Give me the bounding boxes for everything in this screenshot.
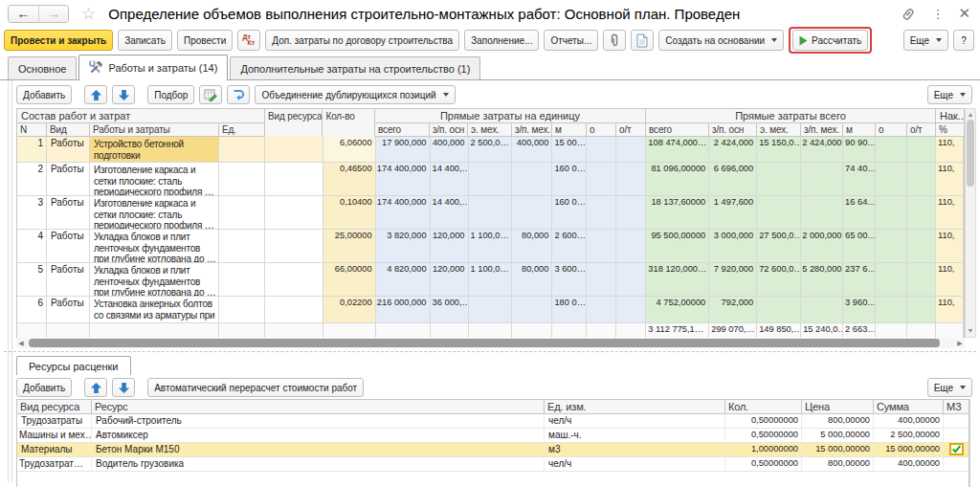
grid-cell[interactable] [876,263,907,296]
dt-kt-button[interactable]: ДтКт [237,30,260,51]
resource-move-down-button[interactable] [112,378,135,397]
grid-cell[interactable]: 108 474,000… [646,137,709,162]
grid-cell[interactable]: 0,50000000 [725,457,802,471]
grid-cell[interactable] [801,163,843,195]
vertical-scrollbar-thumb[interactable] [967,120,974,187]
grid-cell[interactable]: 318 120,000… [646,263,709,296]
grid-cell[interactable]: 14 400,… [431,163,469,195]
grid-cell[interactable]: Работы [47,263,90,296]
grid-cell[interactable]: 2 424,000 [709,137,757,162]
resource-row[interactable]: Трудозатрат…Водитель грузовикачел/ч0,500… [17,457,969,472]
grid-cell[interactable] [47,323,90,339]
grid-cell[interactable]: 149 850,… [757,323,801,339]
reports-button[interactable]: Отчеты... [544,30,598,51]
grid-cell[interactable]: 5 [17,263,47,296]
grid-cell[interactable] [512,163,552,195]
grid-cell[interactable]: 160 0… [552,163,587,195]
grid-cell[interactable] [757,297,801,322]
grid-cell[interactable] [265,137,323,162]
grid-cell[interactable]: Трудозатрат… [17,457,92,471]
tab-main[interactable]: Основное [8,56,77,79]
grid-cell[interactable]: 1 100,0… [469,263,513,296]
grid-cell[interactable]: 299 070,… [709,323,757,339]
post-and-close-button[interactable]: Провести и закрыть [4,30,113,51]
post-button[interactable]: Провести [177,30,233,51]
grid-cell[interactable]: 15 240,0… [801,323,843,339]
grid-cell[interactable]: 237 6… [843,263,876,296]
grid-cell[interactable] [801,196,843,229]
grid-cell[interactable] [431,323,469,339]
refresh-button[interactable] [227,85,250,104]
tab-works-and-costs[interactable]: Работы и затраты (14) [78,55,228,80]
grid-cell[interactable]: 3 [17,196,47,229]
grid-cell[interactable]: Работы [47,137,90,162]
resource-move-up-button[interactable] [84,378,107,397]
grid-cell[interactable]: 792,000 [709,297,757,322]
grid-cell[interactable]: 800,00000 [802,457,874,471]
grid-cell[interactable]: 16 64… [843,196,876,229]
grid-cell[interactable]: маш.-ч. [545,429,725,442]
grid-cell[interactable]: Изготовление каркаса и сетки плоские: ст… [90,163,219,195]
grid-cell[interactable]: м3 [545,443,725,456]
grid-cell[interactable]: 120,000 [431,263,469,296]
grid-cell[interactable] [907,297,936,322]
grid-cell[interactable]: 110, [936,196,964,229]
save-button[interactable]: Записать [118,30,172,51]
grid-cell[interactable] [219,263,265,296]
auto-recalc-button[interactable]: Автоматический перерасчет стоимости рабо… [147,378,364,397]
grid-cell[interactable]: 74 40… [843,163,876,195]
panel-splitter[interactable] [4,351,976,352]
grid-cell[interactable] [469,297,513,322]
grid-cell[interactable] [587,137,616,162]
grid-cell[interactable]: 110, [936,230,964,262]
grid-cell[interactable]: 3 600… [552,263,587,296]
grid-cell[interactable]: Материалы [17,443,92,456]
edit-prices-button[interactable] [199,85,222,104]
grid-cell[interactable] [907,263,936,296]
grid-cell[interactable]: 25,00000 [323,230,376,262]
grid-cell[interactable]: Укладка блоков и плит ленточных фундамен… [90,263,219,296]
grid-cell[interactable]: 4 820,000 [376,263,431,296]
grid-cell[interactable]: 0,46500 [323,163,376,195]
left-splitter[interactable] [8,80,12,482]
grid-cell[interactable] [587,230,616,262]
close-icon[interactable]: ✕ [958,5,970,22]
grid-cell[interactable]: 65 00… [843,230,876,262]
grid-cell[interactable]: 36 000,… [431,297,469,322]
fill-button[interactable]: Заполнение... [464,30,539,51]
back-button[interactable]: ← [9,6,38,22]
grid-cell[interactable] [876,297,907,322]
mz-checkbox-cell[interactable] [944,443,969,456]
grid-cell[interactable]: 3 820,000 [376,230,431,262]
grid-cell[interactable] [876,163,907,195]
work-row[interactable]: 2РаботыИзготовление каркаса и сетки плос… [17,163,964,196]
grid-cell[interactable]: 80,000 [512,230,552,262]
mz-checkbox[interactable] [949,443,964,455]
work-row[interactable]: 3РаботыИзготовление каркаса и сетки плос… [17,196,964,230]
grid-cell[interactable] [587,297,616,322]
grid-cell[interactable]: 15 000,00000 [802,443,874,456]
grid-cell[interactable]: 180 0… [552,297,587,322]
grid-cell[interactable] [907,230,936,262]
grid-cell[interactable] [907,196,936,229]
grid-cell[interactable]: 6,06000 [323,137,376,162]
grid-cell[interactable] [757,196,801,229]
grid-cell[interactable] [512,297,552,322]
grid-cell[interactable] [265,263,323,296]
grid-cell[interactable]: 2 000,000 [801,230,843,262]
grid-cell[interactable]: 6 [17,297,47,322]
grid-cell[interactable] [219,137,265,162]
grid-cell[interactable] [265,297,323,322]
grid-cell[interactable] [587,263,616,296]
grid-cell[interactable] [376,323,431,339]
grid-cell[interactable] [512,196,552,229]
resource-row[interactable]: Машины и мех…Автомиксермаш.-ч.0,50000000… [17,429,969,443]
grid-cell[interactable]: 110, [936,297,964,322]
grid-cell[interactable]: 3 000,000 [709,230,757,262]
grid-cell[interactable] [17,323,47,339]
grid-cell[interactable] [616,196,646,229]
grid-cell[interactable]: 14 400,… [431,196,469,229]
grid-cell[interactable] [469,323,513,339]
grid-cell[interactable]: 1 100,0… [469,230,513,262]
grid-cell[interactable] [219,297,265,322]
